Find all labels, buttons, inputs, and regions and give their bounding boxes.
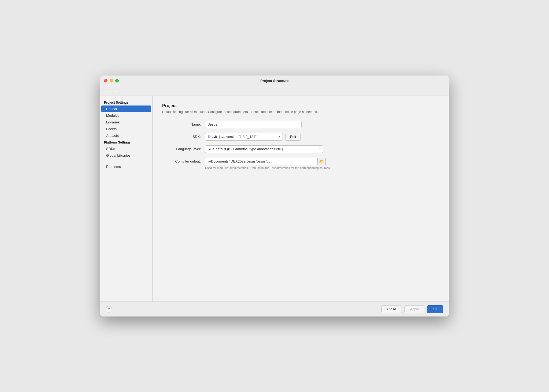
compiler-hint: Used for modules' subdirectories, Produc… xyxy=(205,166,439,169)
sidebar-item-artifacts[interactable]: Artifacts xyxy=(100,132,152,139)
sidebar-divider xyxy=(104,161,149,161)
language-level-label: Language level: xyxy=(162,147,205,151)
compiler-folder-button[interactable]: 📂 xyxy=(318,158,326,165)
section-subtitle: Default settings for all modules. Config… xyxy=(162,110,439,114)
project-settings-header: Project Settings xyxy=(100,99,152,105)
close-button[interactable]: Close xyxy=(381,305,402,313)
sidebar-item-libraries[interactable]: Libraries xyxy=(100,119,152,126)
sidebar-item-global-libraries[interactable]: Global Libraries xyxy=(100,152,152,159)
sdk-dropdown-arrow: ▾ xyxy=(279,135,280,138)
sdk-row: SDK: 🖥 1.8 java version "1.8.0_181" ▾ Ed… xyxy=(162,133,439,141)
sdk-display-text: 🖥 1.8 java version "1.8.0_181" xyxy=(207,135,257,139)
platform-settings-header: Platform Settings xyxy=(100,139,152,145)
sdk-label: SDK: xyxy=(162,135,205,139)
maximize-window-button[interactable] xyxy=(115,79,119,82)
compiler-output-wrapper: 📂 xyxy=(205,158,326,165)
forward-button[interactable]: → xyxy=(112,88,118,94)
sdk-dropdown[interactable]: 🖥 1.8 java version "1.8.0_181" ▾ xyxy=(205,133,283,141)
ok-button[interactable]: OK xyxy=(427,305,443,313)
minimize-window-button[interactable] xyxy=(110,79,113,82)
language-level-wrapper: SDK default (8 - Lambdas, type annotatio… xyxy=(205,145,323,153)
compiler-output-section: Compiler output: 📂 Used for modules' sub… xyxy=(162,158,439,169)
folder-icon: 📂 xyxy=(319,159,324,164)
sdk-icon: 🖥 xyxy=(207,135,211,139)
project-structure-window: Project Structure ← → Project Settings P… xyxy=(100,76,449,316)
sdk-container: 🖥 1.8 java version "1.8.0_181" ▾ Edit xyxy=(205,133,301,141)
content-area: Project Settings Project Modules Librari… xyxy=(100,96,449,301)
sidebar: Project Settings Project Modules Librari… xyxy=(100,96,153,301)
name-label: Name: xyxy=(162,122,205,126)
main-panel: Project Default settings for all modules… xyxy=(153,96,449,301)
traffic-lights xyxy=(104,79,119,82)
compiler-output-row: Compiler output: 📂 xyxy=(162,158,439,165)
name-row: Name: xyxy=(162,121,439,128)
compiler-output-input[interactable] xyxy=(205,158,318,165)
section-title: Project xyxy=(162,103,439,108)
name-input[interactable] xyxy=(205,121,302,128)
sidebar-item-modules[interactable]: Modules xyxy=(100,112,152,119)
nav-bar: ← → xyxy=(100,86,449,96)
window-title: Project Structure xyxy=(260,79,288,83)
apply-button[interactable]: Apply xyxy=(405,305,425,313)
back-button[interactable]: ← xyxy=(103,88,110,94)
sidebar-item-project[interactable]: Project xyxy=(101,105,151,112)
language-level-row: Language level: SDK default (8 - Lambdas… xyxy=(162,145,439,153)
compiler-output-label: Compiler output: xyxy=(162,159,205,163)
sidebar-item-sdks[interactable]: SDKs xyxy=(100,145,152,152)
bottom-bar: ? Close Apply OK xyxy=(100,301,449,316)
sdk-version: 1.8 xyxy=(212,135,217,139)
sidebar-item-problems[interactable]: Problems xyxy=(100,163,152,170)
help-button[interactable]: ? xyxy=(106,306,112,312)
language-level-select[interactable]: SDK default (8 - Lambdas, type annotatio… xyxy=(205,145,323,153)
close-window-button[interactable] xyxy=(104,79,107,82)
titlebar: Project Structure xyxy=(100,76,449,86)
sdk-edit-button[interactable]: Edit xyxy=(285,133,301,141)
sidebar-item-facets[interactable]: Facets xyxy=(100,126,152,132)
sdk-full-text: java version "1.8.0_181" xyxy=(218,135,257,139)
